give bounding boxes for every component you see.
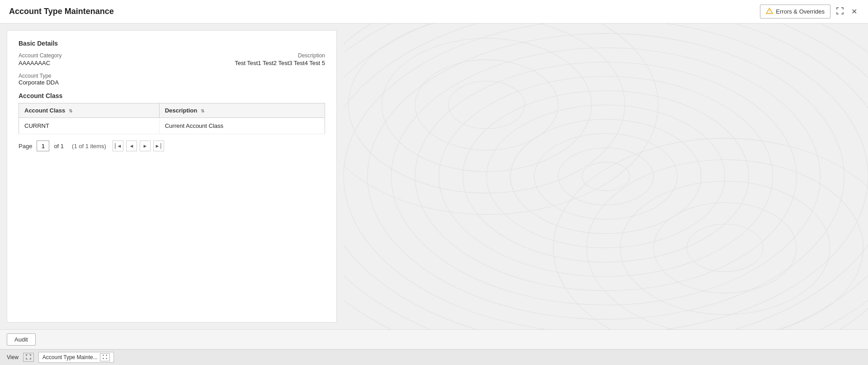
svg-point-14 <box>344 23 868 329</box>
description-label: Description <box>235 52 325 59</box>
svg-point-4 <box>510 119 701 234</box>
account-category-field: Account Category AAAAAAAC <box>19 52 61 66</box>
account-type-field: Account Type Corporate DDA <box>19 73 325 86</box>
svg-point-1 <box>582 162 629 191</box>
footer-expand-icon[interactable] <box>23 353 34 362</box>
svg-point-6 <box>463 91 749 262</box>
account-category-label: Account Category <box>19 52 61 59</box>
bottom-bar: Audit <box>0 329 868 349</box>
top-bar-actions: ! Errors & Overrides ✕ <box>760 5 859 19</box>
footer-view-label: View <box>7 354 19 360</box>
prev-page-button[interactable]: ◄ <box>126 140 137 151</box>
svg-point-21 <box>653 203 796 293</box>
account-category-description-row: Account Category AAAAAAAC Description Te… <box>19 52 325 66</box>
page-number-input[interactable] <box>37 140 49 151</box>
svg-point-20 <box>687 224 763 271</box>
page-label: Page <box>19 143 32 150</box>
main-content: Basic Details Account Category AAAAAAAC … <box>0 23 868 329</box>
errors-button-label: Errors & Overrides <box>776 8 825 15</box>
svg-point-16 <box>415 60 558 150</box>
close-button[interactable]: ✕ <box>849 5 859 18</box>
svg-point-3 <box>534 134 677 220</box>
page-total: of 1 <box>54 143 64 150</box>
pagination: Page of 1 (1 of 1 items) ⎮◄ ◄ ► ►⎮ <box>19 140 325 151</box>
svg-point-7 <box>439 76 773 276</box>
account-class-section-title: Account Class <box>19 92 325 99</box>
col-description[interactable]: Description ⇅ <box>159 103 325 118</box>
next-page-button[interactable]: ► <box>140 140 151 151</box>
audit-button[interactable]: Audit <box>7 333 36 346</box>
basic-details-title: Basic Details <box>19 40 325 47</box>
svg-point-24 <box>553 138 868 329</box>
svg-point-17 <box>382 38 591 172</box>
svg-point-23 <box>587 160 863 329</box>
svg-text:!: ! <box>769 10 770 13</box>
svg-point-18 <box>349 23 625 193</box>
footer-tab-account-type[interactable]: Account Type Mainte... <box>38 352 114 363</box>
svg-point-22 <box>620 181 830 314</box>
cell-account-class: CURRNT <box>19 118 160 134</box>
col-description-label: Description <box>165 107 198 114</box>
svg-point-13 <box>344 23 868 329</box>
svg-point-15 <box>448 81 525 129</box>
errors-overrides-button[interactable]: ! Errors & Overrides <box>760 5 830 19</box>
account-class-table: Account Class ⇅ Description ⇅ CURRNTCurr… <box>19 103 325 134</box>
first-page-button[interactable]: ⎮◄ <box>113 140 123 151</box>
warning-icon: ! <box>766 7 773 16</box>
svg-point-11 <box>344 23 868 329</box>
account-type-value: Corporate DDA <box>19 79 325 86</box>
sort-icon-description: ⇅ <box>201 108 204 113</box>
form-panel: Basic Details Account Category AAAAAAAC … <box>7 30 337 323</box>
account-type-label: Account Type <box>19 73 325 79</box>
footer-bar: View Account Type Mainte... <box>0 349 868 365</box>
account-class-section: Account Class Account Class ⇅ Descriptio… <box>19 92 325 151</box>
svg-point-5 <box>486 105 725 248</box>
last-page-button[interactable]: ►⎮ <box>153 140 164 151</box>
footer-tab-label: Account Type Mainte... <box>42 354 98 360</box>
table-row: CURRNTCurrent Account Class <box>19 118 325 134</box>
page-title: Account Type Maintenance <box>9 7 114 16</box>
footer-tab-expand[interactable] <box>100 353 110 361</box>
svg-point-2 <box>558 148 654 205</box>
cell-description: Current Account Class <box>159 118 325 134</box>
sort-icon-account-class: ⇅ <box>69 108 72 113</box>
right-decorative-area: .swirl { fill: none; stroke: #ccc; strok… <box>344 23 868 329</box>
svg-point-19 <box>344 23 658 215</box>
items-info: (1 of 1 items) <box>72 143 106 150</box>
top-bar: Account Type Maintenance ! Errors & Over… <box>0 0 868 23</box>
description-field: Description Test Test1 Test2 Test3 Test4… <box>235 52 325 66</box>
expand-button[interactable] <box>834 5 846 19</box>
description-value: Test Test1 Test2 Test3 Test4 Test 5 <box>235 60 325 66</box>
col-account-class[interactable]: Account Class ⇅ <box>19 103 160 118</box>
svg-point-9 <box>391 48 820 305</box>
table-header-row: Account Class ⇅ Description ⇅ <box>19 103 325 118</box>
col-account-class-label: Account Class <box>24 107 65 114</box>
svg-point-8 <box>415 62 797 290</box>
account-category-value: AAAAAAAC <box>19 60 61 66</box>
svg-point-12 <box>344 23 868 329</box>
